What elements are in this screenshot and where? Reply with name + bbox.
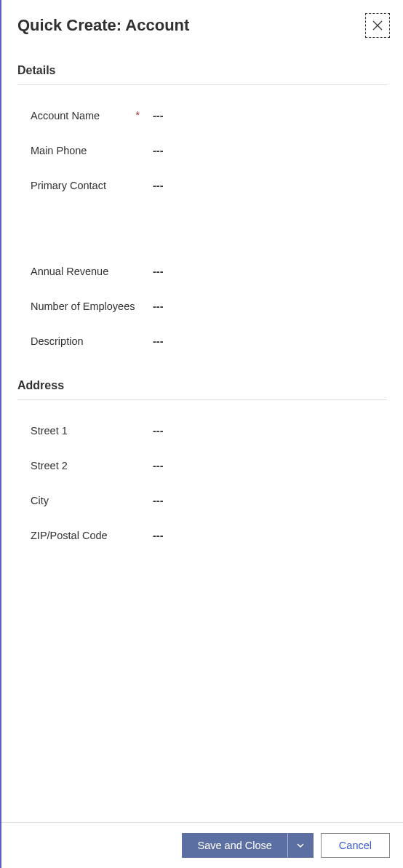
details-fields: Account Name * --- Main Phone --- Primar…	[17, 85, 387, 359]
field-city: City ---	[17, 483, 387, 518]
save-options-dropdown[interactable]	[287, 833, 314, 858]
quick-create-panel: Quick Create: Account Details Account Na…	[1, 0, 403, 868]
label-main-phone: Main Phone	[31, 145, 87, 156]
label-num-employees: Number of Employees	[31, 300, 135, 312]
field-annual-revenue: Annual Revenue ---	[17, 254, 387, 289]
input-zip[interactable]: ---	[153, 530, 387, 541]
input-main-phone[interactable]: ---	[153, 145, 387, 156]
input-account-name[interactable]: ---	[153, 110, 387, 122]
field-street2: Street 2 ---	[17, 448, 387, 483]
label-zip: ZIP/Postal Code	[31, 530, 108, 541]
input-street1[interactable]: ---	[153, 425, 387, 437]
label-primary-contact: Primary Contact	[31, 180, 106, 191]
field-description: Description ---	[17, 324, 387, 359]
field-main-phone: Main Phone ---	[17, 133, 387, 168]
label-annual-revenue: Annual Revenue	[31, 266, 108, 277]
label-account-name: Account Name	[31, 110, 100, 122]
input-num-employees[interactable]: ---	[153, 300, 387, 312]
input-primary-contact[interactable]: ---	[153, 180, 387, 191]
panel-footer: Save and Close Cancel	[1, 822, 403, 868]
panel-header: Quick Create: Account	[1, 0, 403, 44]
field-zip: ZIP/Postal Code ---	[17, 518, 387, 553]
label-street2: Street 2	[31, 460, 68, 471]
input-annual-revenue[interactable]: ---	[153, 266, 387, 277]
input-description[interactable]: ---	[153, 335, 387, 347]
cancel-button[interactable]: Cancel	[321, 833, 390, 858]
close-icon	[372, 20, 383, 31]
field-street1: Street 1 ---	[17, 413, 387, 448]
panel-title: Quick Create: Account	[17, 16, 189, 35]
input-city[interactable]: ---	[153, 495, 387, 506]
address-fields: Street 1 --- Street 2 --- City --- ZIP/P…	[17, 400, 387, 553]
close-button[interactable]	[365, 13, 390, 38]
field-primary-contact: Primary Contact ---	[17, 168, 387, 203]
field-account-name: Account Name * ---	[17, 98, 387, 133]
label-city: City	[31, 495, 49, 506]
label-description: Description	[31, 335, 84, 347]
section-title-details: Details	[17, 64, 387, 85]
section-title-address: Address	[17, 379, 387, 400]
label-street1: Street 1	[31, 425, 68, 437]
input-street2[interactable]: ---	[153, 460, 387, 471]
spacer	[17, 203, 387, 254]
save-button-group: Save and Close	[182, 833, 313, 858]
save-and-close-button[interactable]: Save and Close	[182, 833, 287, 858]
chevron-down-icon	[296, 841, 305, 850]
required-marker: *	[136, 110, 140, 120]
panel-content: Details Account Name * --- Main Phone --…	[1, 44, 403, 822]
field-num-employees: Number of Employees ---	[17, 289, 387, 324]
